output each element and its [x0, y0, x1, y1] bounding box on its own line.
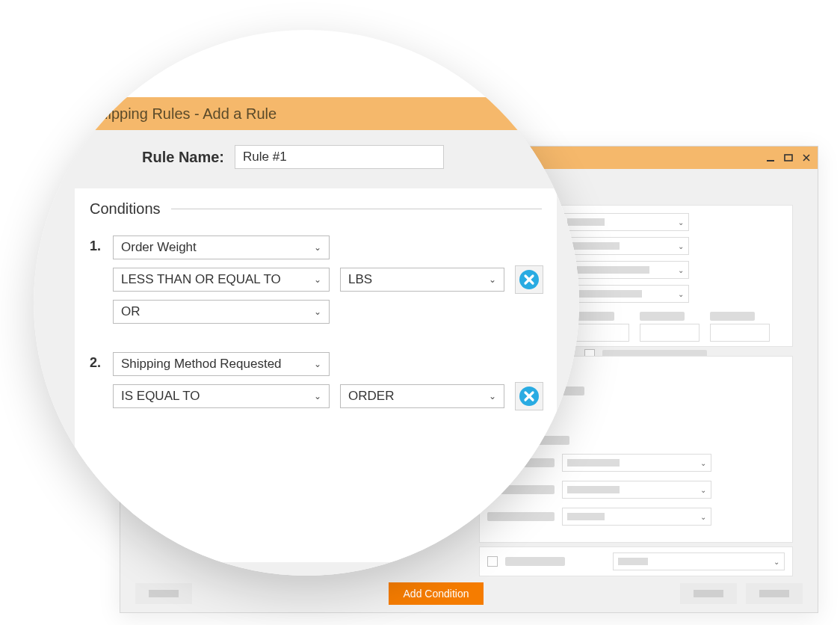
chevron-down-icon: ⌄ [489, 274, 496, 285]
bottom-bar: Add Condition [135, 582, 803, 605]
condition-2-unit-select[interactable]: ORDER ⌄ [340, 384, 504, 408]
condition-2-index: 2. [90, 352, 101, 371]
bg-button-right-1[interactable] [680, 583, 737, 604]
chevron-down-icon: ⌄ [314, 274, 321, 285]
bg-select[interactable]: ⌄ [562, 454, 711, 472]
chevron-down-icon: ⌄ [489, 391, 496, 401]
bg-select[interactable]: ⌄ [562, 285, 689, 303]
close-button[interactable] [801, 153, 812, 163]
maximize-button[interactable] [783, 153, 794, 163]
conditions-legend-text: Conditions [90, 200, 161, 218]
chevron-down-icon: ⌄ [314, 242, 321, 253]
bg-button-left[interactable] [135, 583, 192, 604]
add-condition-button[interactable]: Add Condition [389, 582, 484, 605]
minimize-button[interactable] [765, 153, 776, 163]
close-circle-icon [519, 269, 540, 290]
bg-checkbox[interactable] [487, 556, 498, 567]
bg-input[interactable] [640, 324, 700, 342]
condition-block-2: 2. Shipping Method Requested ⌄ IS EQUAL … [90, 352, 542, 410]
fieldset-legend: Conditions [90, 200, 542, 218]
bg-select[interactable]: ⌄ [562, 508, 711, 526]
bg-select[interactable]: ⌄ [562, 237, 689, 255]
condition-1-unit-value: LBS [348, 272, 372, 287]
condition-2-operator-value: IS EQUAL TO [121, 389, 200, 404]
delete-condition-2-button[interactable] [515, 382, 543, 410]
chevron-down-icon: ⌄ [314, 359, 321, 369]
delete-condition-1-button[interactable] [515, 265, 543, 294]
svg-rect-1 [785, 155, 792, 161]
bg-panel-row: ⌄ [479, 547, 793, 576]
condition-1-unit-select[interactable]: LBS ⌄ [340, 268, 504, 292]
rule-name-input[interactable] [235, 145, 444, 169]
magnifier-circle: Shipping Rules - Add a Rule Rule Name: C… [34, 30, 579, 576]
condition-2-field-value: Shipping Method Requested [121, 357, 282, 372]
condition-2-unit-value: ORDER [348, 389, 394, 404]
rule-name-row: Rule Name: [34, 130, 579, 184]
condition-2-operator-select[interactable]: IS EQUAL TO ⌄ [113, 384, 330, 408]
close-circle-icon [519, 386, 540, 407]
bg-select[interactable]: ⌄ [562, 481, 711, 499]
rule-name-label: Rule Name: [142, 149, 224, 166]
condition-2-field-select[interactable]: Shipping Method Requested ⌄ [113, 352, 330, 376]
condition-1-operator-select[interactable]: LESS THAN OR EQUAL TO ⌄ [113, 268, 330, 292]
dialog-title: Shipping Rules - Add a Rule [34, 97, 579, 130]
bg-select[interactable]: ⌄ [562, 213, 689, 231]
bg-select[interactable]: ⌄ [562, 261, 689, 279]
bg-button-right-2[interactable] [746, 583, 803, 604]
chevron-down-icon: ⌄ [314, 391, 321, 401]
condition-1-index: 1. [90, 235, 101, 254]
condition-1-field-value: Order Weight [121, 240, 197, 255]
bg-input[interactable] [710, 324, 770, 342]
condition-1-field-select[interactable]: Order Weight ⌄ [113, 235, 330, 259]
bg-select[interactable]: ⌄ [613, 552, 785, 570]
conditions-panel: Conditions 1. Order Weight ⌄ [75, 188, 557, 562]
condition-1-join-value: OR [121, 304, 140, 319]
condition-block-1: 1. Order Weight ⌄ LESS THAN OR EQUAL TO … [90, 235, 542, 324]
condition-1-join-select[interactable]: OR ⌄ [113, 300, 330, 324]
condition-1-operator-value: LESS THAN OR EQUAL TO [121, 272, 281, 287]
bg-input[interactable] [569, 324, 629, 342]
chevron-down-icon: ⌄ [314, 307, 321, 317]
